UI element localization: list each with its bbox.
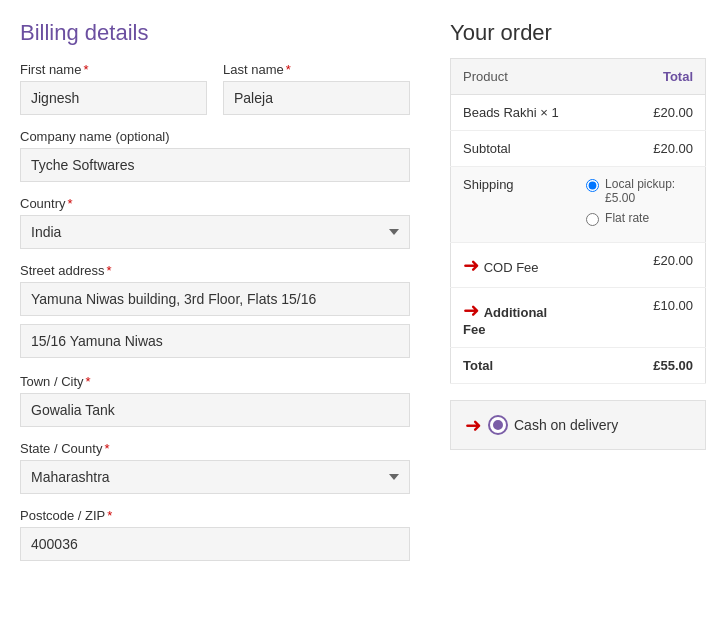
shipping-option-2-label: Flat rate (605, 211, 649, 225)
city-input[interactable] (20, 393, 410, 427)
col-total: Total (574, 59, 705, 95)
city-label: Town / City* (20, 374, 410, 389)
cod-fee-row: ➜ COD Fee £20.00 (451, 243, 706, 288)
first-name-input[interactable] (20, 81, 207, 115)
company-input[interactable] (20, 148, 410, 182)
order-table: Product Total Beads Rakhi × 1 £20.00 Sub… (450, 58, 706, 384)
shipping-option-1-radio[interactable] (586, 179, 599, 192)
cash-on-delivery-radio[interactable] (490, 417, 506, 433)
company-label: Company name (optional) (20, 129, 410, 144)
shipping-options: Local pickup: £5.00 Flat rate (574, 167, 705, 243)
shipping-option-2-radio[interactable] (586, 213, 599, 226)
country-label: Country* (20, 196, 410, 211)
order-section: Your order Product Total Beads Rakhi × 1… (450, 20, 706, 575)
total-value: £55.00 (574, 348, 705, 384)
last-name-input[interactable] (223, 81, 410, 115)
total-label: Total (451, 348, 575, 384)
postcode-label: Postcode / ZIP* (20, 508, 410, 523)
payment-arrow-icon: ➜ (465, 413, 482, 437)
additional-fee-row: ➜ Additional Fee £10.00 (451, 288, 706, 348)
subtotal-value: £20.00 (574, 131, 705, 167)
additional-fee-value: £10.00 (574, 288, 705, 348)
country-select[interactable]: India (20, 215, 410, 249)
billing-section: Billing details First name* Last name* C… (20, 20, 410, 575)
payment-label: Cash on delivery (514, 417, 618, 433)
state-select[interactable]: Maharashtra (20, 460, 410, 494)
cod-fee-label: ➜ COD Fee (451, 243, 575, 288)
postcode-input[interactable] (20, 527, 410, 561)
first-name-label: First name* (20, 62, 207, 77)
additional-fee-label: ➜ Additional Fee (451, 288, 575, 348)
order-title: Your order (450, 20, 706, 46)
subtotal-label: Subtotal (451, 131, 575, 167)
cod-fee-value: £20.00 (574, 243, 705, 288)
col-product: Product (451, 59, 575, 95)
street-input-2[interactable] (20, 324, 410, 358)
state-label: State / County* (20, 441, 410, 456)
street-input-1[interactable] (20, 282, 410, 316)
shipping-row: Shipping Local pickup: £5.00 Flat rate (451, 167, 706, 243)
billing-title: Billing details (20, 20, 410, 46)
shipping-option-1-label: Local pickup: £5.00 (605, 177, 693, 205)
subtotal-row: Subtotal £20.00 (451, 131, 706, 167)
product-name: Beads Rakhi × 1 (451, 95, 575, 131)
payment-section: ➜ Cash on delivery (450, 400, 706, 450)
last-name-label: Last name* (223, 62, 410, 77)
shipping-label: Shipping (451, 167, 575, 243)
product-row: Beads Rakhi × 1 £20.00 (451, 95, 706, 131)
street-label: Street address* (20, 263, 410, 278)
product-total: £20.00 (574, 95, 705, 131)
total-row: Total £55.00 (451, 348, 706, 384)
